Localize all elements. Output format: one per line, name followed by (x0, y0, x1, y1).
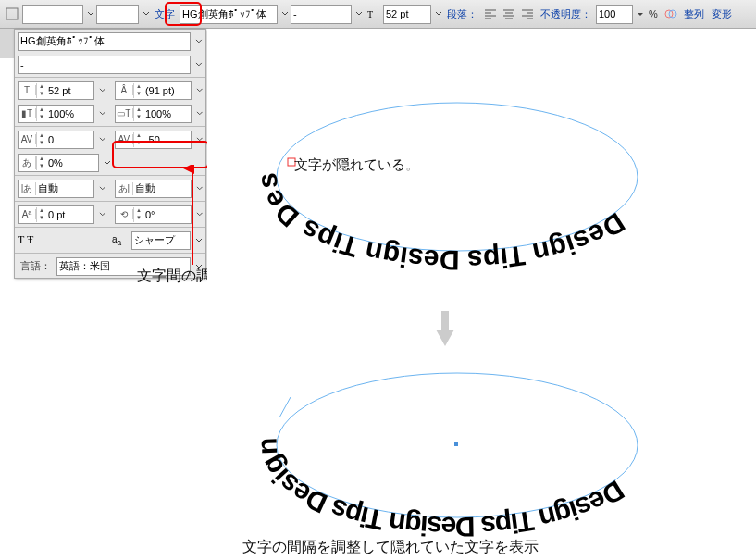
chevron-down-icon[interactable] (196, 87, 204, 94)
chevron-down-icon[interactable] (99, 87, 106, 94)
chevron-down-icon[interactable] (99, 110, 106, 118)
panel-tsume-input[interactable] (46, 157, 87, 168)
chevron-down-icon[interactable] (195, 38, 203, 45)
down-arrow-icon (434, 311, 456, 348)
font-size-input[interactable] (386, 8, 428, 19)
panel-vscale[interactable]: ▮T ▲▼ (18, 105, 94, 123)
path-start-marker[interactable] (279, 397, 291, 417)
underline-strike-icons[interactable]: T Ŧ (18, 233, 64, 247)
panel-tracking[interactable]: AV ▲▼ (115, 131, 192, 149)
chevron-down-icon[interactable] (281, 10, 289, 18)
spinner[interactable]: ▲▼ (36, 83, 46, 98)
transform-panel-link[interactable]: 変形 (709, 7, 735, 21)
svg-text:T: T (367, 9, 373, 19)
font-style-field[interactable] (291, 5, 352, 24)
graphic-style-icon[interactable] (663, 6, 679, 22)
stroke-weight-field[interactable] (96, 5, 139, 24)
chevron-down-icon[interactable] (195, 61, 203, 68)
font-family-field[interactable] (180, 5, 278, 24)
panel-leading[interactable]: Â ▲▼ (115, 81, 192, 100)
panel-font-style-input[interactable] (19, 59, 180, 70)
panel-tsume[interactable]: あ ▲▼ (18, 154, 99, 172)
panel-font-family-input[interactable] (19, 36, 180, 47)
chevron-down-icon[interactable] (435, 10, 442, 18)
align-left-icon[interactable] (482, 6, 499, 22)
spinner[interactable]: ▲▼ (36, 156, 46, 170)
tracking-icon: AV (116, 134, 133, 144)
panel-vscale-input[interactable] (46, 108, 87, 119)
chevron-down-icon[interactable] (355, 10, 363, 18)
leading-icon: Â (116, 85, 133, 95)
result-annotation: 文字の間隔を調整して隠れていた文字を表示 (242, 538, 539, 557)
spinner[interactable]: ▲▼ (133, 132, 143, 147)
svg-rect-0 (6, 8, 18, 19)
opacity-input[interactable] (599, 8, 630, 19)
opacity-unit: % (646, 8, 661, 19)
panel-hscale-input[interactable] (143, 108, 184, 119)
opacity-label-link[interactable]: 不透明度： (538, 7, 594, 21)
panel-font-style[interactable] (18, 56, 191, 74)
font-family-input[interactable] (182, 8, 275, 19)
panel-kerning[interactable]: AV ▲▼ (18, 131, 94, 149)
panel-kerning-input[interactable] (46, 134, 87, 145)
chevron-down-icon[interactable] (87, 10, 94, 18)
control-toolbar: 文字 T 段落： 不透明度： % 整列 変形 (0, 0, 756, 29)
panel-baseline[interactable]: Aª ▲▼ (18, 205, 94, 224)
panel-font-size-input[interactable] (46, 85, 87, 96)
chevron-down-icon[interactable] (104, 159, 111, 167)
annotation-arrow (126, 165, 218, 272)
font-style-input[interactable] (293, 8, 349, 19)
align-center-icon[interactable] (501, 6, 517, 22)
font-size-icon: T (365, 6, 381, 22)
chevron-down-icon[interactable] (196, 136, 204, 143)
spinner[interactable]: ▲▼ (133, 83, 143, 98)
panel-aki-left[interactable]: |あ (18, 180, 94, 198)
panel-aki-left-input[interactable] (36, 183, 86, 194)
ellipse-textpath-before[interactable]: Design Tips Design Tips Design Tips Desi… (235, 66, 679, 288)
chevron-down-icon[interactable] (196, 110, 204, 118)
opacity-popup-icon[interactable] (637, 10, 644, 18)
align-right-icon[interactable] (519, 6, 536, 22)
chevron-down-icon[interactable] (143, 10, 150, 18)
spinner[interactable]: ▲▼ (36, 132, 46, 147)
panel-font-size[interactable]: T ▲▼ (18, 81, 94, 100)
spinner[interactable]: ▲▼ (36, 207, 46, 222)
panel-font-family[interactable] (18, 32, 191, 51)
paragraph-panel-link[interactable]: 段落： (444, 7, 480, 21)
spinner[interactable]: ▲▼ (133, 106, 143, 121)
align-panel-link[interactable]: 整列 (681, 7, 707, 21)
ellipse-textpath-after[interactable]: Design Tips Design Tips Design Tips Desi… (235, 343, 679, 556)
panel-leading-input[interactable] (143, 85, 184, 96)
hidden-text-annotation: 文字が隠れている。 (294, 156, 419, 174)
baseline-icon: Aª (19, 209, 36, 219)
artboard[interactable]: Design Tips Design Tips Design Tips Desi… (207, 29, 756, 560)
font-size-icon: T (19, 85, 36, 95)
chevron-down-icon[interactable] (99, 185, 106, 193)
stroke-field[interactable] (22, 5, 83, 24)
tool-icon (4, 6, 20, 22)
hscale-icon: ▭T (116, 108, 133, 118)
font-size-field[interactable] (383, 5, 431, 24)
tsume-icon: あ (19, 156, 36, 169)
panel-tracking-input[interactable] (143, 134, 184, 145)
language-label: 言語： (18, 259, 54, 273)
spinner[interactable]: ▲▼ (36, 106, 46, 121)
vscale-icon: ▮T (19, 108, 36, 118)
kerning-icon: AV (19, 134, 36, 144)
aki-left-icon: |あ (19, 182, 36, 195)
panel-baseline-input[interactable] (46, 209, 87, 220)
center-point (454, 442, 458, 446)
panel-hscale[interactable]: ▭T ▲▼ (115, 105, 192, 123)
opacity-field[interactable] (596, 5, 633, 24)
character-panel-link[interactable]: 文字 (152, 7, 178, 21)
chevron-down-icon[interactable] (99, 211, 106, 218)
chevron-down-icon[interactable] (99, 136, 106, 143)
